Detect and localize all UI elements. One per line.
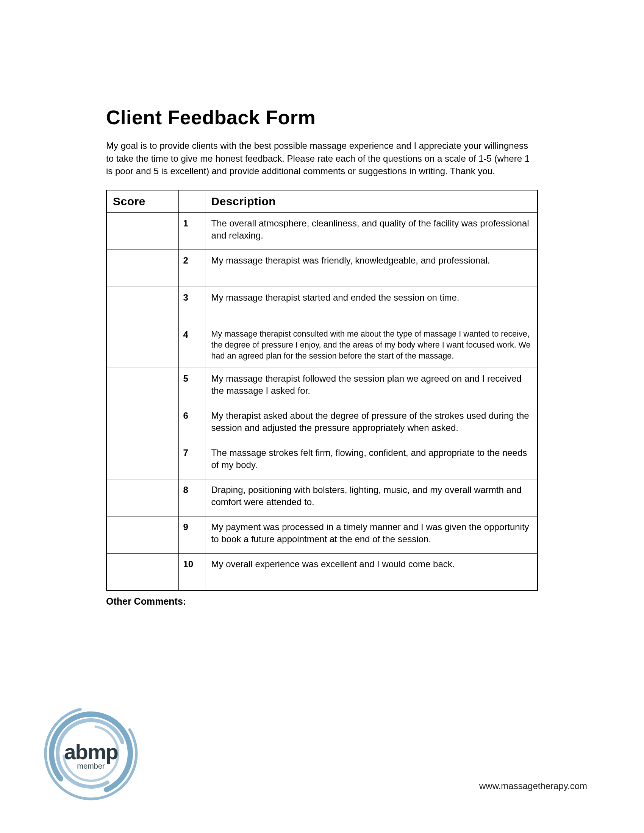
row-number: 8 [179, 479, 205, 516]
table-row: 7The massage strokes felt firm, flowing,… [106, 442, 538, 479]
row-number: 2 [179, 249, 205, 286]
score-input-cell[interactable] [106, 212, 179, 249]
page-title: Client Feedback Form [106, 106, 538, 129]
row-description: My massage therapist was friendly, knowl… [205, 249, 538, 286]
row-description: My massage therapist followed the sessio… [205, 368, 538, 405]
row-number: 4 [179, 324, 205, 368]
table-row: 4My massage therapist consulted with me … [106, 324, 538, 368]
row-number: 3 [179, 286, 205, 324]
footer: www.massagetherapy.com [0, 776, 644, 791]
footer-divider [144, 776, 587, 776]
score-input-cell[interactable] [106, 249, 179, 286]
row-number: 1 [179, 212, 205, 249]
table-row: 9My payment was processed in a timely ma… [106, 516, 538, 553]
row-number: 5 [179, 368, 205, 405]
feedback-table: Score Description 1The overall atmospher… [106, 190, 538, 591]
score-input-cell[interactable] [106, 553, 179, 590]
score-input-cell[interactable] [106, 368, 179, 405]
table-header-description: Description [205, 190, 538, 213]
score-input-cell[interactable] [106, 442, 179, 479]
table-row: 5My massage therapist followed the sessi… [106, 368, 538, 405]
table-row: 6My therapist asked about the degree of … [106, 405, 538, 442]
intro-paragraph: My goal is to provide clients with the b… [106, 139, 538, 178]
table-row: 2My massage therapist was friendly, know… [106, 249, 538, 286]
logo-subtext: member [77, 762, 105, 770]
score-input-cell[interactable] [106, 479, 179, 516]
row-description: My therapist asked about the degree of p… [205, 405, 538, 442]
table-row: 1The overall atmosphere, cleanliness, an… [106, 212, 538, 249]
other-comments-label: Other Comments: [106, 596, 538, 607]
score-input-cell[interactable] [106, 286, 179, 324]
table-header-blank [179, 190, 205, 213]
row-description: My massage therapist started and ended t… [205, 286, 538, 324]
table-row: 10My overall experience was excellent an… [106, 553, 538, 590]
score-input-cell[interactable] [106, 405, 179, 442]
row-description: The overall atmosphere, cleanliness, and… [205, 212, 538, 249]
score-input-cell[interactable] [106, 516, 179, 553]
row-number: 9 [179, 516, 205, 553]
row-number: 10 [179, 553, 205, 590]
row-description: The massage strokes felt firm, flowing, … [205, 442, 538, 479]
table-row: 3My massage therapist started and ended … [106, 286, 538, 324]
footer-url: www.massagetherapy.com [38, 781, 587, 791]
row-description: Draping, positioning with bolsters, ligh… [205, 479, 538, 516]
score-input-cell[interactable] [106, 324, 179, 368]
row-description: My massage therapist consulted with me a… [205, 324, 538, 368]
row-description: My payment was processed in a timely man… [205, 516, 538, 553]
logo-text: abmp [64, 740, 118, 764]
row-number: 7 [179, 442, 205, 479]
row-description: My overall experience was excellent and … [205, 553, 538, 590]
row-number: 6 [179, 405, 205, 442]
table-row: 8Draping, positioning with bolsters, lig… [106, 479, 538, 516]
table-header-score: Score [106, 190, 179, 213]
